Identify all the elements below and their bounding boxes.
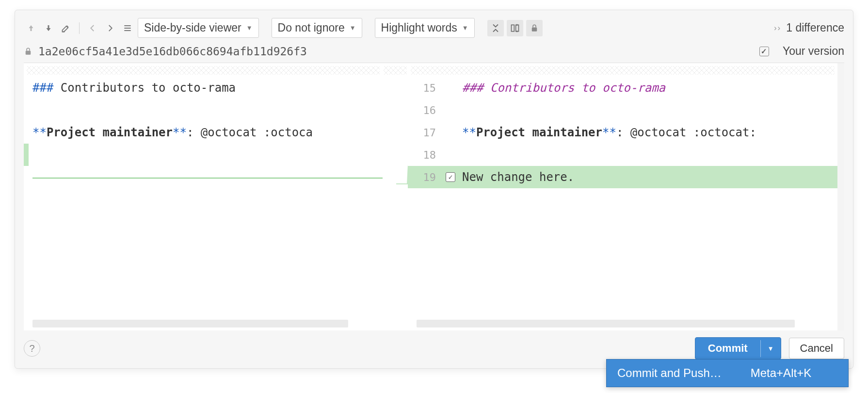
code-line: 16 <box>408 99 837 121</box>
code-line: 18 <box>408 144 837 166</box>
code-line <box>24 144 383 166</box>
line-include-checkbox[interactable]: ✓ <box>446 172 455 182</box>
edit-icon[interactable] <box>59 21 73 35</box>
settings-lines-icon[interactable] <box>120 21 135 35</box>
code-line <box>24 99 383 121</box>
caret-down-icon: ▼ <box>350 24 356 32</box>
ignore-mode-label: Do not ignore <box>278 21 345 34</box>
added-text: New change here. <box>459 170 837 184</box>
code-line: 15 ### Contributors to octo-rama <box>408 77 837 99</box>
right-diff-pane[interactable]: 15 ### Contributors to octo-rama 16 17 *… <box>408 63 844 330</box>
diff-area: ### Contributors to octo-rama **Project … <box>24 63 844 330</box>
code-line: 17 **Project maintainer**: @octocat :oct… <box>408 121 837 144</box>
lock-icon <box>24 47 33 56</box>
diff-bridge <box>396 164 408 184</box>
ignore-mode-dropdown[interactable]: Do not ignore ▼ <box>272 18 362 38</box>
forward-icon[interactable] <box>103 21 117 35</box>
horizontal-scrollbar[interactable] <box>32 320 348 328</box>
next-change-icon[interactable] <box>41 21 56 35</box>
line-number: 17 <box>408 127 442 139</box>
commit-button[interactable]: Commit ▼ <box>695 337 781 360</box>
horizontal-scrollbar[interactable] <box>417 320 795 328</box>
dialog-footer: ? Commit ▼ Cancel <box>24 330 844 360</box>
diff-count: ›› 1 difference <box>774 21 844 34</box>
line-number: 19 <box>408 171 442 183</box>
fold-indicator <box>411 66 835 75</box>
collapse-unchanged-icon[interactable] <box>487 20 504 36</box>
commit-button-label: Commit <box>695 338 760 359</box>
svg-rect-1 <box>515 25 518 31</box>
diff-connector <box>383 63 408 330</box>
readonly-lock-icon[interactable] <box>526 20 543 36</box>
insertion-marker <box>32 178 383 179</box>
highlight-mode-label: Highlight words <box>381 21 457 34</box>
viewer-mode-dropdown[interactable]: Side-by-side viewer ▼ <box>138 18 259 38</box>
added-line: 19 ✓ New change here. <box>408 166 837 188</box>
prev-change-icon[interactable] <box>24 21 38 35</box>
code-line: **Project maintainer**: @octocat :octoca <box>24 121 383 144</box>
line-number: 18 <box>408 149 442 161</box>
caret-down-icon: ▼ <box>246 24 253 32</box>
line-number: 16 <box>408 104 442 116</box>
help-icon[interactable]: ? <box>24 340 40 357</box>
commit-split-caret[interactable]: ▼ <box>760 340 781 357</box>
svg-rect-2 <box>531 27 537 31</box>
shortcut-label: Meta+Alt+K <box>751 366 811 380</box>
more-icon[interactable]: ›› <box>774 23 781 33</box>
sync-scroll-icon[interactable] <box>507 20 523 36</box>
diff-toolbar: Side-by-side viewer ▼ Do not ignore ▼ Hi… <box>24 16 844 43</box>
commit-menu-popup: Commit and Push… Meta+Alt+K <box>606 359 849 387</box>
svg-rect-3 <box>26 50 31 54</box>
include-checkbox[interactable]: ✓ <box>759 47 769 56</box>
fold-indicator <box>384 66 407 75</box>
left-diff-pane[interactable]: ### Contributors to octo-rama **Project … <box>24 63 383 330</box>
svg-rect-0 <box>511 25 514 31</box>
fold-indicator <box>27 66 380 75</box>
diff-dialog: Side-by-side viewer ▼ Do not ignore ▼ Hi… <box>15 10 853 369</box>
caret-down-icon: ▼ <box>462 24 468 32</box>
line-number: 15 <box>408 82 442 94</box>
viewer-mode-label: Side-by-side viewer <box>144 21 241 34</box>
diff-header: 1a2e06cf5a41e3d5e16db066c8694afb11d926f3… <box>24 43 844 61</box>
back-icon[interactable] <box>85 21 100 35</box>
cancel-button[interactable]: Cancel <box>789 338 844 359</box>
right-panel-title: Your version <box>783 45 844 58</box>
separator <box>79 22 80 34</box>
highlight-mode-dropdown[interactable]: Highlight words ▼ <box>375 18 475 38</box>
commit-hash: 1a2e06cf5a41e3d5e16db066c8694afb11d926f3 <box>38 45 407 58</box>
code-line: ### Contributors to octo-rama <box>24 77 383 99</box>
commit-and-push-item[interactable]: Commit and Push… <box>617 366 722 380</box>
diff-count-label: 1 difference <box>786 21 844 34</box>
